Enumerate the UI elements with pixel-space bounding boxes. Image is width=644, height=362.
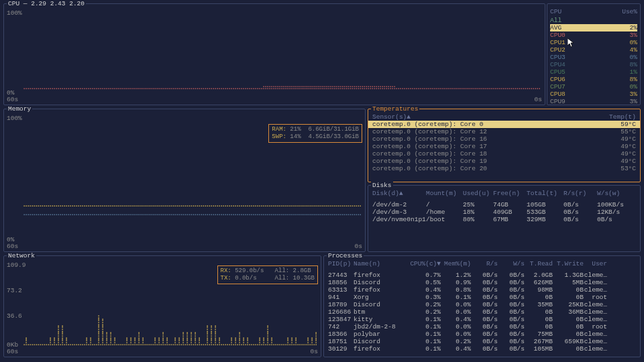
disks-panel[interactable]: Disks Disk(d)▲Mount(m)Used(u)Free(n)Tota… — [368, 185, 641, 252]
temps-temp-hdr[interactable]: Temp(t) — [609, 113, 636, 121]
net-time-l: 60s — [7, 348, 18, 355]
disks-hdr: Disk(d)▲Mount(m)Used(u)Free(n)Total(t)R/… — [368, 190, 640, 197]
temps-sensor-hdr[interactable]: Sensor(s)▲ — [372, 113, 609, 121]
cpu-table-hdr: CPU Use% — [550, 8, 637, 17]
cursor-icon — [568, 38, 574, 48]
cpu-scale-top: 100% — [7, 9, 22, 17]
temps-title: Temperatures — [371, 105, 419, 113]
proc-row[interactable]: 941Xorg0.3%0.1%0B/s0B/s0B0Broot — [324, 294, 640, 301]
mem-time-l: 60s — [7, 243, 18, 250]
memory-title: Memory — [7, 105, 32, 113]
cpu-row[interactable]: CPU03% — [550, 32, 637, 39]
disk-row[interactable]: /dev/dm-2/25%74GB105GB0B/s100KB/s — [368, 201, 640, 208]
cpu-row[interactable]: CPU48% — [550, 61, 637, 68]
network-title: Network — [7, 252, 36, 259]
net-scale-top: 109.9 — [7, 261, 26, 269]
procs-panel[interactable]: Processes PID(p)Name(n)CPU%(c)▼Mem%(m)R/… — [323, 255, 641, 357]
proc-row[interactable]: 18789Discord0.2%0.0%0B/s0B/s35MB25KBclem… — [324, 301, 640, 308]
net-sparkline: ⠀⠀⠀⠀⠀⠀⠀⠀⠀⠀⠀⠀⠀⠀⠀⠀⠀⠀⢠⠀⠀⠀⠀⠀⠀⠀⠀⠀⠀⠀⠀⠀⠀⠀⠀⠀⠀⠀⠀⠀… — [23, 312, 317, 346]
disk-row[interactable]: /dev/dm-3/home18%409GB533GB0B/s12KB/s — [368, 208, 640, 216]
memory-panel[interactable]: Memory 100% 0% 60s 0s RAM: 21% 6.6GiB/31… — [3, 109, 366, 252]
net-scale-m1: 73.2 — [7, 287, 22, 294]
proc-row[interactable]: 30129firefox0.1%0.4%0B/s0B/s105MB0Bcleme… — [324, 345, 640, 353]
swp-sparkline: ⠤⠤⠤⠤⠤⠤⠤⠤⠤⠤⠤⠤⠤⠤⠤⠤⠤⠤⠤⠤⠤⠤⠤⠤⠤⠤⠤⠤⠤⠤⠤⠤⠤⠤⠤⠤⠤⠤⠤⠤… — [23, 210, 361, 218]
cpu-row[interactable]: CPU68% — [550, 76, 637, 83]
cpu-sparkline: ⣀⣀⣀⣀⣀⣀⣀⣀⣀⣀⣀⣀⣀⣀⣀⣀⣀⣀⣀⣀⣀⣀⣀⣀⣀⣀⣀⣀⣀⣀⣀⣀⣀⣀⣀⣀⣀⣀⣀⣀… — [23, 82, 541, 90]
temps-panel[interactable]: Temperatures Sensor(s)▲ Temp(t) coretemp… — [368, 109, 641, 182]
cpu-title: CPU — 2.29 2.43 2.20 — [7, 0, 86, 7]
cpu-table-panel[interactable]: CPU Use% All AVG2% CPU03%CPU10%CPU24%CPU… — [547, 3, 641, 105]
disk-row[interactable]: /dev/nvme0n1p1/boot80%67MB329MB0B/s0B/s — [368, 216, 640, 223]
temp-row[interactable]: coretemp.0 (coretemp): Core 1649°C — [368, 135, 640, 143]
cpu-row[interactable]: CPU93% — [550, 98, 637, 105]
proc-row[interactable]: 18856Discord0.5%0.9%0B/s0B/s626MB5MBclem… — [324, 279, 640, 286]
network-overlay: RX: 529.0b/s All: 2.8GB TX: 0.0b/s All: … — [217, 265, 318, 284]
temp-row[interactable]: coretemp.0 (coretemp): Core 2053°C — [368, 165, 640, 172]
cpu-panel[interactable]: CPU — 2.29 2.43 2.20 100% 0% 60s 0s ⣀⣀⣀⣀… — [3, 3, 545, 105]
proc-row[interactable]: 742jbd2/dm-2-80.1%0.0%0B/s0B/s0B0Broot — [324, 323, 640, 330]
temp-row[interactable]: coretemp.0 (coretemp): Core 1949°C — [368, 158, 640, 165]
procs-hdr: PID(p)Name(n)CPU%(c)▼Mem%(m)R/sW/sT.Read… — [324, 260, 640, 267]
proc-row[interactable]: 18366polybar0.1%0.0%0B/s0B/s75MB0Bcleme… — [324, 330, 640, 338]
net-scale-m2: 36.6 — [7, 312, 22, 320]
memory-overlay: RAM: 21% 6.6GiB/31.1GiB SWP: 14% 4.5GiB/… — [268, 124, 362, 143]
temp-row[interactable]: coretemp.0 (coretemp): Core 1749°C — [368, 143, 640, 150]
temp-row[interactable]: coretemp.0 (coretemp): Core 1255°C — [368, 128, 640, 135]
proc-row[interactable]: 123847kitty0.1%0.4%0B/s0B/s0B0Bcleme… — [324, 316, 640, 323]
cpu-row[interactable]: CPU70% — [550, 83, 637, 90]
cpu-row[interactable]: CPU10% — [550, 39, 637, 46]
proc-row[interactable]: 126686btm0.2%0.0%0B/s0B/s0B36MBcleme… — [324, 308, 640, 316]
cpu-row[interactable]: CPU30% — [550, 54, 637, 61]
proc-row[interactable]: 27443firefox0.7%1.2%0B/s0B/s2.0GB1.3GBcl… — [324, 272, 640, 279]
cpu-avg-row[interactable]: AVG2% — [550, 24, 637, 32]
cpu-time-l: 60s — [7, 96, 18, 103]
cpu-row[interactable]: CPU83% — [550, 90, 637, 98]
cpu-all-row[interactable]: All — [550, 17, 637, 24]
net-time-r: 0s — [311, 348, 318, 355]
cpu-time-r: 0s — [535, 96, 542, 103]
network-panel[interactable]: Network 109.9 73.2 36.6 0Kb 60s 0s RX: 5… — [3, 255, 321, 357]
cpu-row[interactable]: CPU51% — [550, 68, 637, 76]
proc-row[interactable]: 18751Discord0.1%0.2%0B/s0B/s267MB659KBcl… — [324, 338, 640, 345]
temp-row[interactable]: coretemp.0 (coretemp): Core 1849°C — [368, 150, 640, 158]
disks-title: Disks — [371, 182, 393, 189]
cpu-row[interactable]: CPU24% — [550, 46, 637, 54]
temp-row[interactable]: coretemp.0 (coretemp): Core 059°C — [368, 121, 640, 128]
mem-scale-top: 100% — [7, 115, 22, 122]
mem-time-r: 0s — [355, 243, 362, 250]
procs-title: Processes — [327, 252, 364, 259]
proc-row[interactable]: 63313firefox0.4%0.8%0B/s0B/s98MB0Bcleme… — [324, 286, 640, 294]
